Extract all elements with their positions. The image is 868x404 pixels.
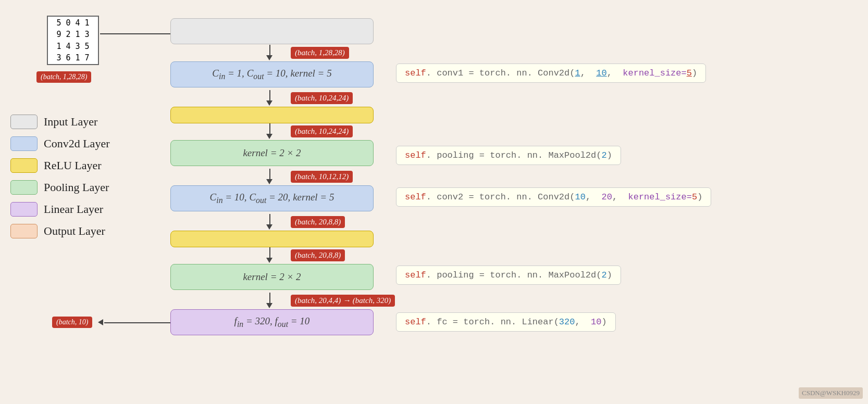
shape-label-5: (batch, 20,8,8) <box>291 249 345 261</box>
arrow-3 <box>269 169 270 180</box>
legend-label-relu: ReLU Layer <box>44 159 102 172</box>
arrow-6 <box>269 293 270 304</box>
legend-item-linear: Linear Layer <box>10 202 109 217</box>
conv1-text: Cin = 1, Cout = 10, kernel = 5 <box>212 68 331 81</box>
h-arrow-fc <box>104 322 170 323</box>
arrow-5 <box>269 247 270 259</box>
input-layer <box>170 18 374 44</box>
pool1-layer: kernel = 2 × 2 <box>170 140 374 166</box>
arrowhead-6 <box>266 303 272 308</box>
legend-label-pooling: Pooling Layer <box>44 181 109 194</box>
legend-label-linear: Linear Layer <box>44 203 103 216</box>
legend-color-pooling <box>10 180 38 195</box>
arrow-2 <box>269 123 270 135</box>
arrow-4 <box>269 214 270 225</box>
input-image: 5 0 4 1 9 2 1 3 1 4 3 5 3 6 1 7 <box>47 16 99 65</box>
arrow-1 <box>269 90 270 102</box>
conv2-text: Cin = 10, Cout = 20, kernel = 5 <box>210 192 334 205</box>
legend-color-relu <box>10 158 38 173</box>
pool1-text: kernel = 2 × 2 <box>243 147 301 159</box>
legend-label-input: Input Layer <box>44 115 97 129</box>
arrowhead-4 <box>266 224 272 230</box>
fc-layer: fin = 320, fout = 10 <box>170 309 374 335</box>
code-conv1: self. conv1 = torch. nn. Conv2d(1, 10, k… <box>396 64 706 83</box>
legend-label-output: Output Layer <box>44 224 105 238</box>
code-pool1: self. pooling = torch. nn. MaxPool2d(2) <box>396 146 621 165</box>
code-fc: self. fc = torch. nn. Linear(320, 10) <box>396 312 616 332</box>
legend-item-output: Output Layer <box>10 224 109 238</box>
batch-10-label: (batch, 10) <box>52 317 92 328</box>
shape-label-2: (batch, 10,24,24) <box>291 125 353 137</box>
legend-item-input: Input Layer <box>10 115 109 129</box>
shape-label-0: (batch, 1,28,28) <box>291 47 349 59</box>
legend-color-input <box>10 115 38 129</box>
legend-color-linear <box>10 202 38 217</box>
code-conv2: self. conv2 = torch. nn. Conv2d(10, 20, … <box>396 187 711 207</box>
relu2-layer <box>170 231 374 247</box>
arrow-0 <box>269 45 270 56</box>
arrowhead-0 <box>266 55 272 60</box>
legend-color-conv2d <box>10 136 38 151</box>
legend-item-pooling: Pooling Layer <box>10 180 109 195</box>
conv2-layer: Cin = 10, Cout = 20, kernel = 5 <box>170 185 374 211</box>
arrowhead-left <box>98 319 103 325</box>
code-pool2: self. pooling = torch. nn. MaxPool2d(2) <box>396 266 621 285</box>
legend-item-conv2d: Conv2d Layer <box>10 136 109 151</box>
legend-label-conv2d: Conv2d Layer <box>44 137 109 150</box>
pool2-layer: kernel = 2 × 2 <box>170 264 374 290</box>
h-connector <box>100 33 170 34</box>
legend-item-relu: ReLU Layer <box>10 158 109 173</box>
shape-label-4: (batch, 20,8,8) <box>291 216 345 228</box>
legend: Input Layer Conv2d Layer ReLU Layer Pool… <box>10 115 109 238</box>
shape-label-1: (batch, 10,24,24) <box>291 92 353 104</box>
shape-label-3: (batch, 10,12,12) <box>291 171 353 183</box>
arrowhead-2 <box>266 134 272 139</box>
arrowhead-5 <box>266 258 272 263</box>
watermark: CSDN@WSKH0929 <box>799 387 863 399</box>
relu1-layer <box>170 107 374 123</box>
main-container: 5 0 4 1 9 2 1 3 1 4 3 5 3 6 1 7 (batch, … <box>0 0 868 404</box>
pool2-text: kernel = 2 × 2 <box>243 271 301 283</box>
legend-color-output <box>10 224 38 238</box>
arrowhead-1 <box>266 100 272 106</box>
batch-label-top: (batch, 1,28,28) <box>36 71 91 83</box>
fc-text: fin = 320, fout = 10 <box>234 315 310 329</box>
shape-label-6: (batch, 20,4,4) → (batch, 320) <box>291 295 395 307</box>
arrowhead-3 <box>266 179 272 184</box>
conv1-layer: Cin = 1, Cout = 10, kernel = 5 <box>170 61 374 87</box>
